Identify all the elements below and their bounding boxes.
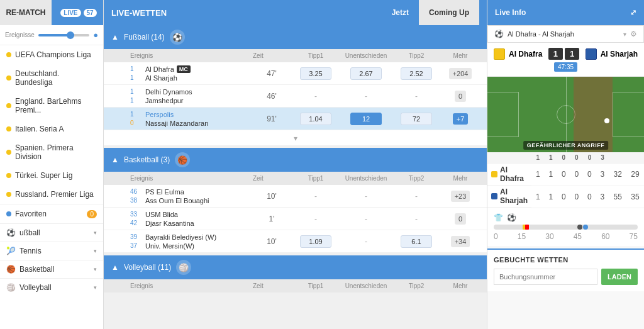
basketball-table-header: Ereignis Zeit Tipp1 Unentschieden Tipp2 … (104, 172, 487, 185)
unent-button[interactable]: 12 (350, 113, 382, 125)
tipp1-cell: 3.25 (291, 67, 341, 80)
volleyball-header[interactable]: ▲ Volleyball (11) 🏐 (104, 255, 487, 279)
chevron-down-icon: ▾ (294, 134, 297, 143)
unent-cell: - (341, 92, 391, 101)
unent-button[interactable]: 2.67 (350, 67, 382, 80)
match-time: 1' (253, 215, 291, 223)
tipp1-button[interactable]: 3.25 (300, 67, 331, 80)
sidebar-item-favoriten[interactable]: Favoriten 0 (0, 204, 103, 223)
pitch-area: GEFÄHRLICHER ANGRIFF (487, 77, 644, 152)
stats-table: 1 1 0 0 0 3 Al Dhafra 1 1 0 0 0 3 32 29 (487, 152, 644, 208)
sidebar-item-bundesliga[interactable]: Deutschland. Bundesliga (0, 64, 103, 92)
unent-cell: 12 (341, 113, 391, 125)
volleyball-icon: 🏐 (6, 283, 16, 292)
live-wetten-title: LIVE-WETTEN (111, 8, 382, 18)
score-row: Al Dhafra 1 1 Al Sharjah (494, 48, 638, 60)
table-row: Al Dhafra 1 1 0 0 0 3 32 29 (487, 164, 644, 186)
filter-label: Ereignisse (5, 31, 35, 38)
sidebar-item-italia[interactable]: Italien. Seria A (0, 120, 103, 138)
goal-event (577, 225, 582, 230)
collapse-row[interactable]: ▾ (104, 130, 487, 145)
team-row: 42 Djasr Kasantina (130, 220, 253, 227)
filter-slider[interactable] (38, 34, 89, 36)
match-selector-text: Al Dhafra - Al Sharjah (508, 30, 619, 38)
tipp2-button[interactable]: 6.1 (401, 235, 432, 248)
fussball-section: ▲ Fußball (14) ⚽ Ereignis Zeit Tipp1 Une… (104, 25, 487, 145)
team2-name: Al Sharjah (601, 50, 638, 59)
dot-icon (6, 126, 11, 131)
team-name: Al Sharjah (487, 186, 531, 208)
laden-button[interactable]: LADEN (601, 269, 638, 285)
sidebar-top: RE-MATCH LIVE 57 (0, 0, 103, 25)
team1: Al Dhafra (494, 48, 542, 60)
sidebar-item-russland[interactable]: Russland. Premier Liga (0, 185, 103, 204)
jersey-icon (491, 171, 497, 177)
expand-icon[interactable]: ⤢ (630, 8, 636, 17)
dot-icon (6, 150, 11, 155)
table-row: 33 USM Blida 42 Djasr Kasantina 1' - - -… (104, 208, 487, 230)
soccer-ball-icon: ⚽ (507, 213, 516, 222)
dot-icon (6, 52, 11, 57)
basketball-sport-icon: 🏀 (175, 152, 190, 167)
tab-coming-up[interactable]: Coming Up (419, 0, 479, 25)
sidebar: RE-MATCH LIVE 57 Ereignisse ● UEFA Champ… (0, 0, 104, 329)
sidebar-item-basketball[interactable]: 🏀 Basketball ▾ (0, 260, 103, 278)
live-info-title: Live Info (495, 8, 526, 17)
pitch-inner: GEFÄHRLICHER ANGRIFF (487, 77, 644, 152)
score1: 1 (548, 48, 563, 60)
tipp2-button[interactable]: 2.52 (401, 67, 432, 80)
volleyball-sport-icon: 🏐 (176, 260, 191, 275)
sidebar-item-ucl[interactable]: UEFA Champions Liga (0, 45, 103, 64)
fussball-table-header: Ereignis Zeit Tipp1 Unentschieden Tipp2 … (104, 49, 487, 62)
soccer-ball-icon: ⚽ (494, 30, 504, 38)
tipp1-button[interactable]: 1.04 (300, 113, 331, 125)
tipp1-button[interactable]: 1.09 (300, 235, 331, 248)
mehr-button[interactable]: 0 (455, 91, 466, 102)
buchung-row: LADEN (494, 269, 638, 285)
re-match-button[interactable]: RE-MATCH (0, 0, 52, 25)
dot-icon (6, 173, 11, 178)
sidebar-item-england[interactable]: England. BarLehms Premi... (0, 92, 103, 120)
sidebar-item-turkei[interactable]: Türkei. Super Lig (0, 166, 103, 185)
tipp2-cell: - (391, 92, 441, 101)
mc-badge: MC (177, 65, 191, 73)
sidebar-item-fussball[interactable]: ⚽ ußball ▾ (0, 223, 103, 242)
table-row: 46 PS El Eulma 38 Ass Oum El Bouaghi 10'… (104, 185, 487, 208)
sidebar-item-volleyball[interactable]: 🏐 Volleyball ▾ (0, 278, 103, 296)
match-selector[interactable]: ⚽ Al Dhafra - Al Sharjah ▾ ⚙ (487, 25, 644, 43)
team-row: 33 USM Blida (130, 211, 253, 218)
timeline: 👕 ⚽ 0 15 30 45 60 75 (487, 208, 644, 246)
favoriten-count: 0 (87, 210, 97, 218)
pitch-left-box (487, 92, 519, 137)
pitch-right-box (613, 92, 644, 137)
basketball-header[interactable]: ▲ Basketball (3) 🏀 (104, 148, 487, 172)
chevron-down-icon: ▾ (94, 248, 97, 254)
sidebar-item-spanien[interactable]: Spanien. Primera Division (0, 138, 103, 166)
dot-icon (6, 211, 11, 216)
fussball-sport-icon: ⚽ (170, 30, 185, 45)
table-row: 1 Perspolis 0 Nassaji Mazandaran 91' 1.0… (104, 108, 487, 130)
tipp1-cell: - (291, 92, 341, 101)
mehr-button[interactable]: +7 (453, 113, 469, 125)
sidebar-filter: Ereignisse ● (0, 25, 103, 45)
tipp2-button[interactable]: 72 (401, 113, 432, 125)
mehr-button[interactable]: 0 (455, 213, 466, 225)
table-row: 1 Delhi Dynamos 1 Jamshedpur 46' - - - 0 (104, 85, 487, 108)
league-list: UEFA Champions Liga Deutschland. Bundesl… (0, 45, 103, 204)
chevron-down-icon: ▾ (94, 230, 97, 236)
mehr-button[interactable]: +23 (451, 191, 470, 202)
sidebar-item-tennis[interactable]: 🎾 Tennis ▾ (0, 242, 103, 260)
timeline-bar (494, 225, 638, 230)
red-card-event (525, 225, 529, 230)
mehr-button[interactable]: +204 (449, 68, 472, 79)
team1-jersey (494, 48, 505, 60)
tipp1-cell: 1.04 (291, 113, 341, 125)
fussball-header[interactable]: ▲ Fußball (14) ⚽ (104, 25, 487, 49)
mehr-button[interactable]: +34 (451, 236, 470, 247)
fussball-section-title: Fußball (14) (124, 33, 165, 42)
team-row: 1 Al Sharjah (130, 74, 253, 82)
settings-icon[interactable]: ⚙ (630, 30, 637, 38)
buchung-input[interactable] (494, 269, 597, 285)
live-button[interactable]: LIVE 57 (52, 0, 103, 25)
tab-jetzt[interactable]: Jetzt (382, 0, 419, 25)
